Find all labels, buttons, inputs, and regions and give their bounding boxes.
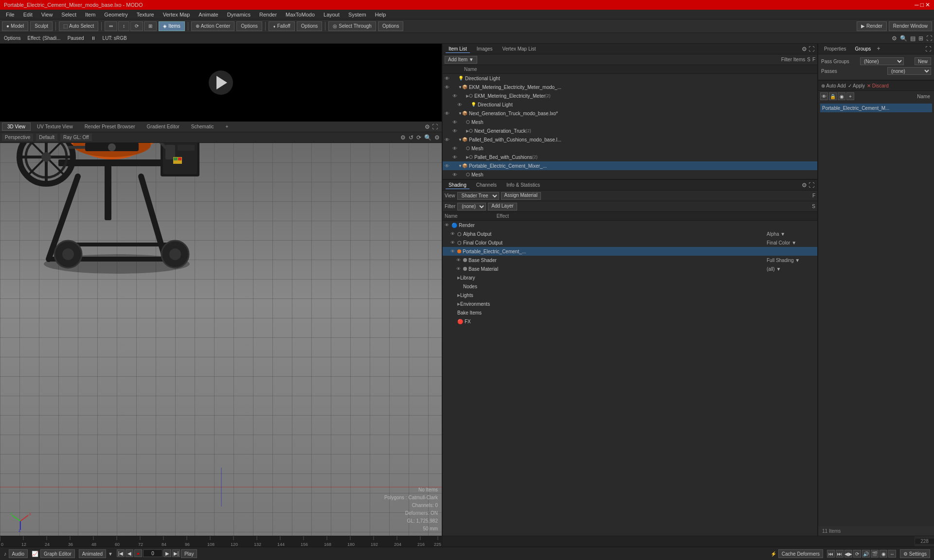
eye-icon[interactable]: 👁: [445, 111, 451, 116]
eye-icon[interactable]: 👁: [445, 223, 451, 228]
play-btn[interactable]: Play: [181, 549, 197, 558]
eye-icon[interactable]: 👁: [452, 93, 459, 99]
pb-btn6[interactable]: 🎬: [871, 550, 879, 558]
item-ekm-group[interactable]: 👁 ▼ 📦 EKM_Metering_Electricity_Meter_mod…: [443, 83, 817, 91]
transport-record-btn[interactable]: ●: [134, 549, 142, 557]
render-btn[interactable]: ▶ Render: [857, 21, 887, 31]
settings-icon[interactable]: ⚙: [892, 35, 897, 42]
new-pass-group-btn[interactable]: New: [915, 57, 931, 65]
item-pallet-group[interactable]: 👁 ▼ 📦 Pallet_Bed_with_Cushions_modo_base…: [443, 135, 817, 144]
viewport-expand-icon[interactable]: ⛶: [432, 123, 438, 130]
eye-icon[interactable]: 👁: [456, 266, 463, 271]
item-cement-group[interactable]: 👁 ▼ 📦 Portable_Electric_Cement_Mixer_...: [443, 161, 817, 170]
select-through-btn[interactable]: ◎ Select Through: [328, 21, 376, 31]
item-directional-light-2[interactable]: 👁 💡 Directional Light: [443, 100, 817, 109]
search-icon[interactable]: 🔍: [900, 35, 907, 42]
menu-view[interactable]: View: [37, 11, 57, 18]
tab-info-stats[interactable]: Info & Statistics: [503, 181, 543, 189]
3d-viewport[interactable]: X Y Z No Items Polygons : Catmull-Clark …: [0, 143, 442, 536]
eye-icon[interactable]: 👁: [445, 163, 451, 169]
menu-help[interactable]: Help: [371, 11, 390, 18]
tab-gradient[interactable]: Gradient Editor: [142, 122, 185, 131]
window-controls[interactable]: ─ □ ✕: [915, 1, 930, 8]
menu-layout[interactable]: Layout: [320, 11, 343, 18]
shader-render-row[interactable]: 👁 🔵 Render: [443, 221, 817, 229]
render-window-btn[interactable]: Render Window: [889, 21, 932, 31]
graph-editor-btn[interactable]: Graph Editor: [40, 549, 75, 558]
item-pallet-mesh[interactable]: 👁 ⬡ Mesh: [443, 144, 817, 153]
items-btn[interactable]: ◈ Items: [159, 21, 184, 31]
menu-render[interactable]: Render: [255, 11, 281, 18]
shader-expand-icon[interactable]: ⛶: [808, 182, 814, 189]
eye-icon[interactable]: 👁: [445, 85, 451, 90]
eye-icon[interactable]: 👁: [452, 146, 459, 151]
shader-library-row[interactable]: ▶ Library: [443, 273, 817, 282]
tab-uv-texture[interactable]: UV Texture View: [32, 122, 78, 131]
transport-play-btn[interactable]: ▶: [163, 549, 171, 557]
eye-icon[interactable]: 👁: [450, 231, 457, 236]
eye-icon[interactable]: 👁: [452, 155, 459, 160]
passes-dropdown[interactable]: (none): [887, 67, 931, 75]
tab-shading[interactable]: Shading: [446, 181, 469, 189]
transform-btn3[interactable]: ⟳: [130, 21, 143, 31]
pass-groups-dropdown[interactable]: (None): [860, 57, 904, 65]
groups-solo-btn[interactable]: ◉: [838, 92, 845, 100]
vp-search-icon[interactable]: 🔍: [424, 134, 431, 141]
tab-item-list[interactable]: Item List: [446, 45, 470, 53]
tab-vertex-map-list[interactable]: Vertex Map List: [500, 45, 539, 53]
shader-cement-row[interactable]: 👁 Portable_Electric_Cement_...: [443, 247, 817, 256]
eye-icon[interactable]: 👁: [456, 258, 463, 262]
item-truck-mesh[interactable]: 👁 ⬡ Mesh: [443, 118, 817, 126]
item-ekm-meter[interactable]: 👁 ▶ ⬡ EKM_Metering_Electricity_Meter (2): [443, 91, 817, 100]
pb-btn5[interactable]: 🔊: [862, 550, 870, 558]
eye-icon[interactable]: 👁: [457, 102, 464, 107]
audio-btn[interactable]: Audio: [9, 549, 28, 558]
item-truck[interactable]: 👁 ▶ ⬡ Next_Generation_Truck (2): [443, 126, 817, 135]
settings-btn[interactable]: ⚙ Settings: [900, 549, 930, 558]
animated-btn[interactable]: Animated: [79, 549, 106, 558]
menu-system[interactable]: System: [344, 11, 370, 18]
pb-btn1[interactable]: ⏮: [827, 550, 835, 558]
menu-texture[interactable]: Texture: [133, 11, 158, 18]
tab-properties[interactable]: Properties: [821, 45, 849, 52]
menu-file[interactable]: File: [2, 11, 18, 18]
tab-add[interactable]: +: [220, 122, 234, 131]
layout-icon[interactable]: ▤: [910, 35, 916, 42]
options1-btn[interactable]: Options: [236, 21, 262, 31]
model-btn[interactable]: ● Model: [2, 21, 28, 31]
groups-add-btn[interactable]: +: [846, 92, 854, 100]
shader-alpha-row[interactable]: 👁 ⬡ Alpha Output Alpha ▼: [443, 229, 817, 238]
tab-render-preset[interactable]: Render Preset Browser: [79, 122, 141, 131]
maximize-btn[interactable]: □: [920, 1, 924, 8]
auto-select-btn[interactable]: ⬚ Auto Select: [59, 21, 98, 31]
pb-btn4[interactable]: ⟳: [853, 550, 861, 558]
eye-icon[interactable]: 👁: [450, 240, 457, 245]
add-group-icon[interactable]: +: [877, 45, 880, 52]
menu-animate[interactable]: Animate: [195, 11, 222, 18]
eye-icon[interactable]: 👁: [452, 172, 459, 177]
shader-base-material-row[interactable]: 👁 Base Material (all) ▼: [443, 264, 817, 273]
add-layer-btn[interactable]: Add Layer: [488, 203, 517, 210]
minimize-btn[interactable]: ─: [915, 1, 919, 8]
action-center-btn[interactable]: ⊕ Action Center: [191, 21, 235, 31]
filter-dropdown[interactable]: (none): [457, 203, 486, 210]
shader-body[interactable]: 👁 🔵 Render 👁 ⬡ Alpha Output Alpha ▼: [443, 221, 817, 536]
group-cement-item[interactable]: Portable_Electric_Cement_M...: [820, 104, 932, 112]
eye-icon[interactable]: 👁: [452, 128, 459, 134]
item-list-settings-icon[interactable]: ⚙: [802, 46, 807, 52]
shader-settings-icon[interactable]: ⚙: [802, 182, 807, 189]
transport-first-btn[interactable]: |◀: [117, 549, 125, 557]
pb-btn8[interactable]: ↔: [888, 550, 896, 558]
menu-maxtomodo[interactable]: MaxToModo: [282, 11, 319, 18]
pb-btn2[interactable]: ⏭: [836, 550, 844, 558]
cache-deformers-btn[interactable]: Cache Deformers: [778, 549, 823, 558]
tab-channels[interactable]: Channels: [473, 181, 500, 189]
menu-dynamics[interactable]: Dynamics: [223, 11, 254, 18]
item-pallet[interactable]: 👁 ▶ ⬡ Pallet_Bed_with_Cushions (2): [443, 153, 817, 161]
shader-tree-dropdown[interactable]: Shader Tree: [457, 192, 499, 200]
tab-3d-view[interactable]: 3D View: [2, 122, 31, 131]
transport-next-btn[interactable]: ▶|: [172, 549, 180, 557]
shader-fx-row[interactable]: 🔴 FX: [443, 317, 817, 326]
shader-bake-row[interactable]: Bake Items: [443, 308, 817, 317]
tab-schematic[interactable]: Schematic: [186, 122, 219, 131]
